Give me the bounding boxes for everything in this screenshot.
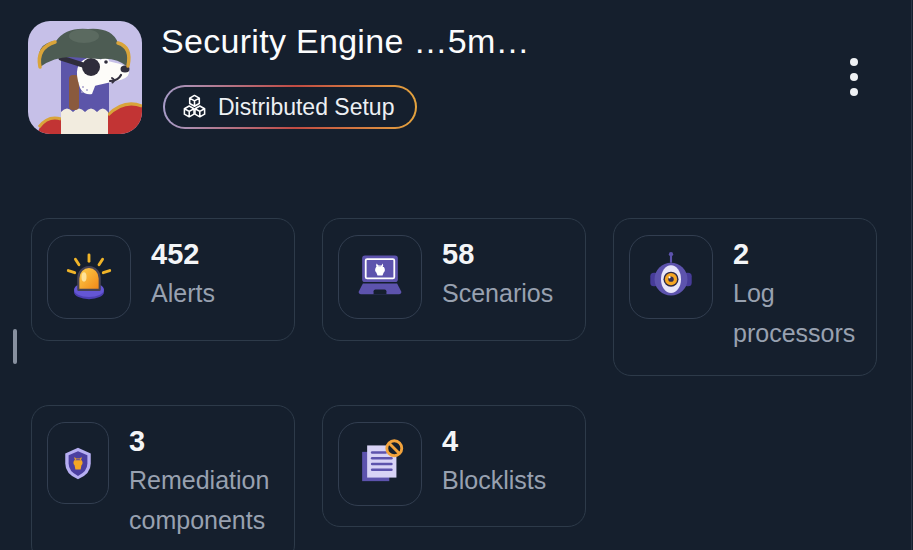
- stat-label: Blocklists: [442, 460, 546, 500]
- page-title: Security Engine …5m…: [161, 22, 530, 61]
- scenarios-icon-box: [338, 235, 422, 319]
- stat-value: 3: [129, 422, 284, 460]
- scrollbar-thumb[interactable]: [13, 329, 17, 364]
- avatar: [28, 21, 142, 134]
- stat-label: Alerts: [151, 273, 215, 313]
- stat-value: 58: [442, 235, 553, 273]
- log-processors-icon-box: [629, 235, 713, 319]
- laptop-scenario-icon: [350, 247, 410, 307]
- stat-label: Scenarios: [442, 273, 553, 313]
- stat-label: Log processors: [733, 273, 866, 353]
- stat-value: 2: [733, 235, 866, 273]
- robot-eye-icon: [641, 247, 701, 307]
- stat-card-alerts[interactable]: 452 Alerts: [31, 218, 295, 341]
- badge-label: Distributed Setup: [218, 94, 394, 121]
- stat-label: Remediation components: [129, 460, 284, 540]
- pirate-dog-mascot-icon: [28, 21, 142, 134]
- kebab-menu-icon: [850, 58, 858, 66]
- remediation-icon-box: [47, 422, 109, 504]
- alarm-siren-icon: [59, 247, 119, 307]
- stat-value: 452: [151, 235, 215, 273]
- security-engine-overview-card: Security Engine …5m… Distributed Setup: [0, 0, 913, 550]
- stat-value: 4: [442, 422, 546, 460]
- stat-card-blocklists[interactable]: 4 Blocklists: [322, 405, 586, 527]
- more-options-button[interactable]: [842, 50, 866, 104]
- panel-right-border: [911, 0, 912, 550]
- stat-card-remediation-components[interactable]: 3 Remediation components: [31, 405, 295, 550]
- cubes-icon: [181, 94, 208, 120]
- alerts-icon-box: [47, 235, 131, 319]
- shield-remediation-icon: [63, 447, 93, 480]
- stat-card-scenarios[interactable]: 58 Scenarios: [322, 218, 586, 341]
- blocklist-document-icon: [350, 434, 410, 494]
- stat-card-log-processors[interactable]: 2 Log processors: [613, 218, 877, 376]
- distributed-setup-badge: Distributed Setup: [163, 85, 417, 129]
- blocklists-icon-box: [338, 422, 422, 506]
